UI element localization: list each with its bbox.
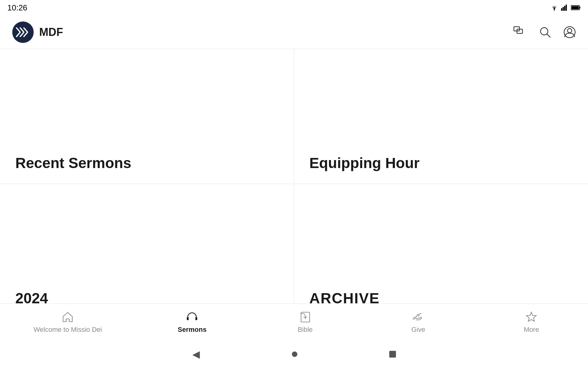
app-name: MDF: [39, 26, 63, 39]
nav-more-label: More: [524, 326, 539, 334]
wifi-icon: [550, 5, 559, 11]
archive-cell[interactable]: ARCHIVE: [294, 184, 588, 319]
nav-give[interactable]: Give: [395, 311, 441, 334]
equipping-hour-cell[interactable]: Equipping Hour: [294, 49, 588, 184]
content-grid: Recent Sermons Equipping Hour 2024 ARCHI…: [0, 49, 588, 319]
nav-more[interactable]: More: [508, 311, 554, 334]
nav-home-label: Welcome to Missio Dei: [34, 326, 102, 334]
star-icon: [525, 311, 537, 323]
svg-rect-7: [571, 6, 579, 9]
chat-button[interactable]: [513, 26, 527, 38]
status-icons: [550, 5, 581, 11]
nav-bible-label: Bible: [298, 326, 313, 334]
system-nav: ◀: [0, 340, 588, 368]
nav-sermons-label: Sermons: [178, 326, 206, 334]
recents-button[interactable]: [389, 351, 396, 358]
battery-icon: [571, 5, 581, 10]
signal-icon: [561, 5, 568, 11]
header-left: MDF: [12, 21, 63, 43]
app-logo[interactable]: [12, 21, 34, 43]
status-bar: 10:26: [0, 0, 588, 15]
header-actions: [513, 26, 576, 38]
logo-chevrons-icon: [16, 27, 30, 38]
equipping-hour-label: Equipping Hour: [309, 155, 420, 171]
home-icon: [62, 311, 74, 323]
bottom-nav: Welcome to Missio Dei Sermons Bible Give: [0, 304, 588, 340]
year-2024-cell[interactable]: 2024: [0, 184, 294, 319]
nav-home[interactable]: Welcome to Missio Dei: [34, 311, 102, 334]
headphones-icon: [186, 311, 198, 323]
svg-rect-4: [566, 5, 567, 11]
back-button[interactable]: ◀: [192, 348, 200, 360]
svg-rect-3: [564, 6, 565, 11]
svg-rect-6: [579, 7, 580, 9]
svg-marker-19: [526, 312, 536, 321]
svg-rect-15: [195, 317, 197, 320]
search-button[interactable]: [539, 26, 551, 38]
nav-bible[interactable]: Bible: [282, 311, 328, 334]
recent-sermons-label: Recent Sermons: [15, 155, 131, 171]
profile-icon: [564, 26, 576, 38]
home-button[interactable]: [292, 351, 297, 357]
svg-point-0: [554, 10, 555, 11]
svg-rect-2: [563, 7, 564, 11]
profile-button[interactable]: [564, 26, 576, 38]
app-header: MDF: [0, 15, 588, 49]
svg-line-11: [547, 34, 550, 37]
svg-point-10: [541, 28, 548, 35]
status-time: 10:26: [7, 3, 27, 13]
svg-rect-1: [561, 8, 562, 11]
give-icon: [412, 311, 425, 323]
search-icon: [539, 26, 551, 38]
svg-point-13: [567, 29, 572, 33]
recent-sermons-cell[interactable]: Recent Sermons: [0, 49, 294, 184]
svg-rect-14: [187, 317, 189, 320]
nav-give-label: Give: [411, 326, 425, 334]
bible-icon: [299, 311, 311, 323]
chat-icon: [513, 26, 527, 38]
nav-sermons[interactable]: Sermons: [169, 311, 215, 334]
